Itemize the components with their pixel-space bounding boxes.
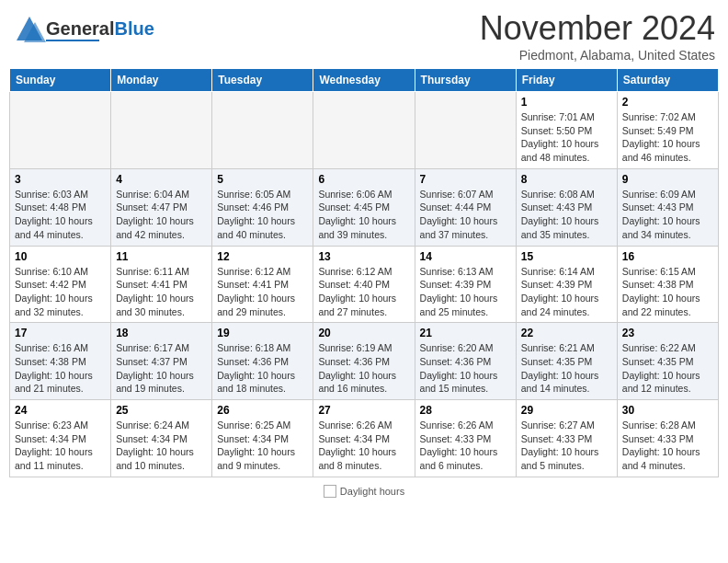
calendar-cell: 2Sunrise: 7:02 AM Sunset: 5:49 PM Daylig…	[617, 92, 718, 169]
calendar-cell: 15Sunrise: 6:14 AM Sunset: 4:39 PM Dayli…	[516, 246, 617, 323]
logo-underline	[46, 40, 99, 41]
day-number: 7	[420, 173, 511, 186]
calendar-week-1: 3Sunrise: 6:03 AM Sunset: 4:48 PM Daylig…	[10, 168, 719, 246]
col-header-saturday: Saturday	[617, 69, 718, 92]
day-info: Sunrise: 6:19 AM Sunset: 4:36 PM Dayligh…	[318, 341, 409, 396]
day-number: 13	[318, 250, 409, 263]
calendar-cell: 26Sunrise: 6:25 AM Sunset: 4:34 PM Dayli…	[212, 400, 313, 477]
calendar-cell: 7Sunrise: 6:07 AM Sunset: 4:44 PM Daylig…	[415, 168, 516, 246]
day-number: 17	[15, 327, 106, 339]
header: GeneralBlue November 2024 Piedmont, Alab…	[9, 9, 719, 63]
day-info: Sunrise: 6:16 AM Sunset: 4:38 PM Dayligh…	[15, 341, 106, 396]
day-info: Sunrise: 6:20 AM Sunset: 4:36 PM Dayligh…	[420, 341, 511, 396]
calendar-cell: 16Sunrise: 6:15 AM Sunset: 4:38 PM Dayli…	[617, 246, 718, 323]
calendar-cell: 13Sunrise: 6:12 AM Sunset: 4:40 PM Dayli…	[313, 246, 415, 323]
day-number: 19	[217, 327, 308, 339]
day-info: Sunrise: 6:03 AM Sunset: 4:48 PM Dayligh…	[15, 188, 106, 242]
day-info: Sunrise: 6:17 AM Sunset: 4:37 PM Dayligh…	[116, 341, 207, 396]
calendar-cell: 12Sunrise: 6:12 AM Sunset: 4:41 PM Dayli…	[212, 246, 313, 323]
day-info: Sunrise: 6:12 AM Sunset: 4:40 PM Dayligh…	[318, 265, 409, 319]
day-number: 16	[622, 250, 713, 263]
day-info: Sunrise: 6:18 AM Sunset: 4:36 PM Dayligh…	[217, 341, 308, 396]
day-info: Sunrise: 6:24 AM Sunset: 4:34 PM Dayligh…	[116, 419, 207, 473]
day-info: Sunrise: 6:06 AM Sunset: 4:45 PM Dayligh…	[318, 188, 409, 242]
daylight-legend: Daylight hours	[324, 485, 404, 498]
calendar-week-4: 24Sunrise: 6:23 AM Sunset: 4:34 PM Dayli…	[10, 400, 719, 477]
calendar-cell: 17Sunrise: 6:16 AM Sunset: 4:38 PM Dayli…	[10, 323, 111, 400]
day-info: Sunrise: 6:26 AM Sunset: 4:33 PM Dayligh…	[420, 419, 511, 473]
day-number: 26	[217, 404, 308, 417]
day-number: 18	[116, 327, 207, 339]
day-number: 1	[521, 96, 612, 109]
calendar-cell: 29Sunrise: 6:27 AM Sunset: 4:33 PM Dayli…	[516, 400, 617, 477]
day-info: Sunrise: 6:04 AM Sunset: 4:47 PM Dayligh…	[116, 188, 207, 242]
col-header-tuesday: Tuesday	[212, 69, 313, 92]
daylight-label: Daylight hours	[340, 486, 404, 497]
calendar-cell: 10Sunrise: 6:10 AM Sunset: 4:42 PM Dayli…	[10, 246, 111, 323]
month-title: November 2024	[480, 9, 715, 48]
calendar-cell: 21Sunrise: 6:20 AM Sunset: 4:36 PM Dayli…	[415, 323, 516, 400]
calendar-week-0: 1Sunrise: 7:01 AM Sunset: 5:50 PM Daylig…	[10, 92, 719, 169]
day-info: Sunrise: 7:01 AM Sunset: 5:50 PM Dayligh…	[521, 110, 612, 165]
calendar-cell: 3Sunrise: 6:03 AM Sunset: 4:48 PM Daylig…	[10, 168, 111, 246]
day-number: 24	[15, 404, 106, 417]
calendar-cell: 27Sunrise: 6:26 AM Sunset: 4:34 PM Dayli…	[313, 400, 415, 477]
calendar-cell: 9Sunrise: 6:09 AM Sunset: 4:43 PM Daylig…	[617, 168, 718, 246]
footer: Daylight hours	[9, 485, 719, 498]
calendar-cell: 24Sunrise: 6:23 AM Sunset: 4:34 PM Dayli…	[10, 400, 111, 477]
day-number: 20	[318, 327, 409, 339]
calendar-cell: 18Sunrise: 6:17 AM Sunset: 4:37 PM Dayli…	[111, 323, 212, 400]
day-number: 2	[622, 96, 713, 109]
col-header-sunday: Sunday	[10, 69, 111, 92]
day-number: 14	[420, 250, 511, 263]
day-info: Sunrise: 6:25 AM Sunset: 4:34 PM Dayligh…	[217, 419, 308, 473]
day-number: 11	[116, 250, 207, 263]
day-number: 23	[622, 327, 713, 339]
day-info: Sunrise: 6:07 AM Sunset: 4:44 PM Dayligh…	[420, 188, 511, 242]
calendar-cell: 1Sunrise: 7:01 AM Sunset: 5:50 PM Daylig…	[516, 92, 617, 169]
day-number: 21	[420, 327, 511, 339]
day-number: 22	[521, 327, 612, 339]
col-header-thursday: Thursday	[415, 69, 516, 92]
day-number: 30	[622, 404, 713, 417]
calendar-cell: 28Sunrise: 6:26 AM Sunset: 4:33 PM Dayli…	[415, 400, 516, 477]
col-header-monday: Monday	[111, 69, 212, 92]
day-number: 3	[15, 173, 106, 186]
calendar-header-row: SundayMondayTuesdayWednesdayThursdayFrid…	[10, 69, 719, 92]
day-number: 27	[318, 404, 409, 417]
day-info: Sunrise: 6:08 AM Sunset: 4:43 PM Dayligh…	[521, 188, 612, 242]
day-info: Sunrise: 6:05 AM Sunset: 4:46 PM Dayligh…	[217, 188, 308, 242]
day-number: 8	[521, 173, 612, 186]
calendar-cell: 23Sunrise: 6:22 AM Sunset: 4:35 PM Dayli…	[617, 323, 718, 400]
day-number: 25	[116, 404, 207, 417]
calendar-cell: 20Sunrise: 6:19 AM Sunset: 4:36 PM Dayli…	[313, 323, 415, 400]
calendar-cell: 11Sunrise: 6:11 AM Sunset: 4:41 PM Dayli…	[111, 246, 212, 323]
calendar-cell: 4Sunrise: 6:04 AM Sunset: 4:47 PM Daylig…	[111, 168, 212, 246]
calendar-cell: 25Sunrise: 6:24 AM Sunset: 4:34 PM Dayli…	[111, 400, 212, 477]
day-number: 5	[217, 173, 308, 186]
location: Piedmont, Alabama, United States	[480, 48, 715, 63]
day-number: 4	[116, 173, 207, 186]
day-number: 12	[217, 250, 308, 263]
day-info: Sunrise: 6:13 AM Sunset: 4:39 PM Dayligh…	[420, 265, 511, 319]
calendar-cell	[111, 92, 212, 169]
day-number: 15	[521, 250, 612, 263]
day-info: Sunrise: 6:22 AM Sunset: 4:35 PM Dayligh…	[622, 341, 713, 396]
calendar-cell: 22Sunrise: 6:21 AM Sunset: 4:35 PM Dayli…	[516, 323, 617, 400]
logo: GeneralBlue	[13, 13, 154, 46]
calendar-cell: 6Sunrise: 6:06 AM Sunset: 4:45 PM Daylig…	[313, 168, 415, 246]
day-number: 10	[15, 250, 106, 263]
calendar-week-3: 17Sunrise: 6:16 AM Sunset: 4:38 PM Dayli…	[10, 323, 719, 400]
logo-icon	[13, 13, 46, 46]
calendar-cell	[212, 92, 313, 169]
calendar-cell	[10, 92, 111, 169]
calendar-cell: 30Sunrise: 6:28 AM Sunset: 4:33 PM Dayli…	[617, 400, 718, 477]
day-info: Sunrise: 6:15 AM Sunset: 4:38 PM Dayligh…	[622, 265, 713, 319]
day-number: 29	[521, 404, 612, 417]
calendar-cell: 14Sunrise: 6:13 AM Sunset: 4:39 PM Dayli…	[415, 246, 516, 323]
legend-box	[324, 485, 336, 498]
logo-general: General	[46, 18, 114, 39]
day-number: 9	[622, 173, 713, 186]
calendar-table: SundayMondayTuesdayWednesdayThursdayFrid…	[9, 68, 719, 477]
day-info: Sunrise: 6:11 AM Sunset: 4:41 PM Dayligh…	[116, 265, 207, 319]
